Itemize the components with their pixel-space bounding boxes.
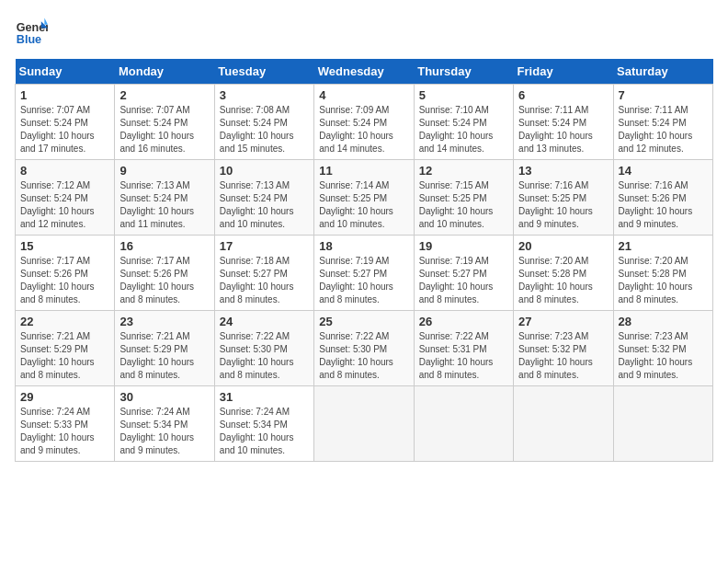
day-info: Sunrise: 7:11 AMSunset: 5:24 PMDaylight:… <box>619 104 708 155</box>
day-number: 30 <box>119 390 209 404</box>
calendar-cell: 27 Sunrise: 7:23 AMSunset: 5:32 PMDaylig… <box>514 311 613 386</box>
day-number: 1 <box>20 88 109 102</box>
header: General Blue <box>15 15 713 48</box>
header-row: Sunday Monday Tuesday Wednesday Thursday… <box>16 59 713 85</box>
calendar-cell: 19 Sunrise: 7:19 AMSunset: 5:27 PMDaylig… <box>414 236 513 311</box>
day-info: Sunrise: 7:08 AMSunset: 5:24 PMDaylight:… <box>220 104 309 155</box>
calendar-week-row: 29 Sunrise: 7:24 AMSunset: 5:33 PMDaylig… <box>16 386 713 462</box>
calendar-week-row: 8 Sunrise: 7:12 AMSunset: 5:24 PMDayligh… <box>16 160 713 236</box>
day-number: 25 <box>319 315 408 328</box>
day-info: Sunrise: 7:12 AMSunset: 5:24 PMDaylight:… <box>20 179 109 231</box>
day-info: Sunrise: 7:09 AMSunset: 5:24 PMDaylight:… <box>319 104 408 155</box>
day-number: 19 <box>419 239 508 253</box>
calendar-cell: 11 Sunrise: 7:14 AMSunset: 5:25 PMDaylig… <box>314 160 414 236</box>
calendar-table: Sunday Monday Tuesday Wednesday Thursday… <box>15 59 713 462</box>
day-info: Sunrise: 7:15 AMSunset: 5:25 PMDaylight:… <box>419 179 508 231</box>
calendar-cell: 17 Sunrise: 7:18 AMSunset: 5:27 PMDaylig… <box>214 236 313 311</box>
calendar-cell <box>514 386 613 462</box>
calendar-cell: 20 Sunrise: 7:20 AMSunset: 5:28 PMDaylig… <box>514 236 613 311</box>
calendar-cell: 22 Sunrise: 7:21 AMSunset: 5:29 PMDaylig… <box>16 311 115 386</box>
calendar-week-row: 22 Sunrise: 7:21 AMSunset: 5:29 PMDaylig… <box>16 311 713 386</box>
day-info: Sunrise: 7:17 AMSunset: 5:26 PMDaylight:… <box>20 255 109 306</box>
day-number: 2 <box>119 88 209 102</box>
calendar-cell: 25 Sunrise: 7:22 AMSunset: 5:30 PMDaylig… <box>314 311 414 386</box>
calendar-cell: 15 Sunrise: 7:17 AMSunset: 5:26 PMDaylig… <box>16 236 115 311</box>
calendar-cell: 24 Sunrise: 7:22 AMSunset: 5:30 PMDaylig… <box>214 311 313 386</box>
day-info: Sunrise: 7:24 AMSunset: 5:33 PMDaylight:… <box>20 406 109 457</box>
calendar-cell: 9 Sunrise: 7:13 AMSunset: 5:24 PMDayligh… <box>115 160 214 236</box>
calendar-cell: 6 Sunrise: 7:11 AMSunset: 5:24 PMDayligh… <box>514 85 613 160</box>
calendar-week-row: 1 Sunrise: 7:07 AMSunset: 5:24 PMDayligh… <box>16 85 713 160</box>
calendar-cell: 21 Sunrise: 7:20 AMSunset: 5:28 PMDaylig… <box>613 236 712 311</box>
day-number: 22 <box>20 315 109 328</box>
calendar-cell: 1 Sunrise: 7:07 AMSunset: 5:24 PMDayligh… <box>16 85 115 160</box>
col-monday: Monday <box>115 59 214 85</box>
calendar-cell: 13 Sunrise: 7:16 AMSunset: 5:25 PMDaylig… <box>514 160 613 236</box>
calendar-cell: 2 Sunrise: 7:07 AMSunset: 5:24 PMDayligh… <box>115 85 214 160</box>
day-number: 20 <box>518 239 608 253</box>
day-number: 8 <box>20 164 109 178</box>
day-info: Sunrise: 7:19 AMSunset: 5:27 PMDaylight:… <box>419 255 508 306</box>
day-info: Sunrise: 7:17 AMSunset: 5:26 PMDaylight:… <box>119 255 209 306</box>
day-info: Sunrise: 7:22 AMSunset: 5:30 PMDaylight:… <box>220 330 309 382</box>
calendar-cell: 10 Sunrise: 7:13 AMSunset: 5:24 PMDaylig… <box>214 160 313 236</box>
col-friday: Friday <box>514 59 613 85</box>
day-number: 4 <box>319 88 408 102</box>
day-number: 11 <box>319 164 408 178</box>
day-info: Sunrise: 7:13 AMSunset: 5:24 PMDaylight:… <box>119 179 209 231</box>
day-info: Sunrise: 7:24 AMSunset: 5:34 PMDaylight:… <box>119 406 209 457</box>
day-number: 6 <box>518 88 608 102</box>
day-number: 3 <box>220 88 309 102</box>
day-info: Sunrise: 7:23 AMSunset: 5:32 PMDaylight:… <box>619 330 708 382</box>
day-info: Sunrise: 7:10 AMSunset: 5:24 PMDaylight:… <box>419 104 508 155</box>
calendar-cell: 8 Sunrise: 7:12 AMSunset: 5:24 PMDayligh… <box>16 160 115 236</box>
day-number: 21 <box>619 239 708 253</box>
col-saturday: Saturday <box>613 59 712 85</box>
day-info: Sunrise: 7:20 AMSunset: 5:28 PMDaylight:… <box>619 255 708 306</box>
calendar-cell: 26 Sunrise: 7:22 AMSunset: 5:31 PMDaylig… <box>414 311 513 386</box>
calendar-cell: 4 Sunrise: 7:09 AMSunset: 5:24 PMDayligh… <box>314 85 414 160</box>
day-number: 23 <box>119 315 209 328</box>
calendar-cell: 23 Sunrise: 7:21 AMSunset: 5:29 PMDaylig… <box>115 311 214 386</box>
day-info: Sunrise: 7:07 AMSunset: 5:24 PMDaylight:… <box>119 104 209 155</box>
logo-icon: General Blue <box>15 15 48 48</box>
day-info: Sunrise: 7:13 AMSunset: 5:24 PMDaylight:… <box>220 179 309 231</box>
day-number: 7 <box>619 88 708 102</box>
day-number: 27 <box>518 315 608 328</box>
day-info: Sunrise: 7:19 AMSunset: 5:27 PMDaylight:… <box>319 255 408 306</box>
calendar-cell: 3 Sunrise: 7:08 AMSunset: 5:24 PMDayligh… <box>214 85 313 160</box>
calendar-cell: 29 Sunrise: 7:24 AMSunset: 5:33 PMDaylig… <box>16 386 115 462</box>
col-sunday: Sunday <box>16 59 115 85</box>
svg-text:Blue: Blue <box>17 33 41 46</box>
calendar-cell <box>613 386 712 462</box>
day-info: Sunrise: 7:18 AMSunset: 5:27 PMDaylight:… <box>220 255 309 306</box>
day-info: Sunrise: 7:14 AMSunset: 5:25 PMDaylight:… <box>319 179 408 231</box>
day-number: 29 <box>20 390 109 404</box>
calendar-cell: 31 Sunrise: 7:24 AMSunset: 5:34 PMDaylig… <box>214 386 313 462</box>
calendar-cell: 18 Sunrise: 7:19 AMSunset: 5:27 PMDaylig… <box>314 236 414 311</box>
calendar-cell <box>314 386 414 462</box>
col-thursday: Thursday <box>414 59 513 85</box>
day-number: 24 <box>220 315 309 328</box>
day-info: Sunrise: 7:22 AMSunset: 5:31 PMDaylight:… <box>419 330 508 382</box>
day-info: Sunrise: 7:11 AMSunset: 5:24 PMDaylight:… <box>518 104 608 155</box>
day-info: Sunrise: 7:07 AMSunset: 5:24 PMDaylight:… <box>20 104 109 155</box>
calendar-cell: 12 Sunrise: 7:15 AMSunset: 5:25 PMDaylig… <box>414 160 513 236</box>
day-info: Sunrise: 7:16 AMSunset: 5:26 PMDaylight:… <box>619 179 708 231</box>
day-number: 10 <box>220 164 309 178</box>
day-number: 31 <box>220 390 309 404</box>
day-number: 14 <box>619 164 708 178</box>
logo: General Blue <box>15 15 53 48</box>
day-number: 28 <box>619 315 708 328</box>
day-info: Sunrise: 7:21 AMSunset: 5:29 PMDaylight:… <box>119 330 209 382</box>
calendar-week-row: 15 Sunrise: 7:17 AMSunset: 5:26 PMDaylig… <box>16 236 713 311</box>
day-number: 13 <box>518 164 608 178</box>
day-number: 5 <box>419 88 508 102</box>
day-number: 12 <box>419 164 508 178</box>
calendar-cell: 28 Sunrise: 7:23 AMSunset: 5:32 PMDaylig… <box>613 311 712 386</box>
day-info: Sunrise: 7:21 AMSunset: 5:29 PMDaylight:… <box>20 330 109 382</box>
day-info: Sunrise: 7:22 AMSunset: 5:30 PMDaylight:… <box>319 330 408 382</box>
day-number: 9 <box>119 164 209 178</box>
day-number: 26 <box>419 315 508 328</box>
day-info: Sunrise: 7:20 AMSunset: 5:28 PMDaylight:… <box>518 255 608 306</box>
